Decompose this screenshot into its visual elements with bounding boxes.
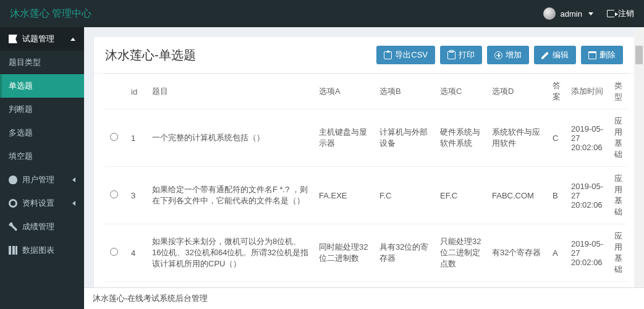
user-menu[interactable]: admin: [543, 7, 593, 20]
footer-text: 沐水莲心-在线考试系统后台管理: [93, 294, 208, 303]
col-opta: 选项A: [314, 74, 375, 109]
row-select-cell: [105, 224, 126, 282]
username: admin: [561, 9, 582, 19]
button-label: 删除: [600, 49, 616, 61]
page-title: 沐水莲心-单选题: [105, 47, 196, 64]
brand-title: 沐水莲心 管理中心: [10, 7, 91, 20]
flag-icon: [9, 35, 17, 43]
content-area: 沐水莲心-单选题 导出CSV 打印 增加 编辑 删除: [84, 27, 644, 309]
sidebar: 试题管理 题目类型 单选题 判断题 多选题 填空题 用户管理 资料设置 成绩管理…: [0, 27, 84, 309]
cell-answer: B: [548, 167, 566, 224]
row-select-radio[interactable]: [110, 190, 118, 198]
main-panel: 沐水莲心-单选题 导出CSV 打印 增加 编辑 删除: [94, 37, 634, 309]
sidebar-group-label: 用户管理: [22, 174, 54, 185]
questions-table: id 题目 选项A 选项B 选项C 选项D 答案 添加时间 类型 1一个完整的计…: [105, 74, 627, 309]
chevron-up-icon: [70, 38, 75, 41]
cell-id: 4: [126, 224, 147, 282]
button-label: 导出CSV: [395, 49, 428, 61]
cell-opta: FA.EXE: [314, 167, 375, 224]
sidebar-item-fill-blank[interactable]: 填空题: [0, 145, 84, 168]
cell-question: 如果给定一个带有通配符的文件名F *.? ，则在下列各文件中，它能代表的文件名是…: [147, 167, 314, 224]
button-label: 增加: [506, 49, 522, 61]
sidebar-item-question-type[interactable]: 题目类型: [0, 51, 84, 74]
sidebar-group-label: 试题管理: [22, 33, 54, 44]
chevron-left-icon: [72, 177, 75, 182]
scrollbar[interactable]: [634, 27, 644, 309]
sidebar-group-label: 资料设置: [22, 198, 54, 209]
export-csv-button[interactable]: 导出CSV: [376, 46, 435, 64]
row-select-radio[interactable]: [110, 133, 118, 141]
edit-button[interactable]: 编辑: [534, 46, 576, 64]
chevron-down-icon: [588, 12, 593, 15]
delete-icon: [588, 51, 596, 59]
sidebar-group-settings[interactable]: 资料设置: [0, 192, 84, 215]
table-header-row: id 题目 选项A 选项B 选项C 选项D 答案 添加时间 类型: [105, 74, 627, 109]
avatar: [543, 7, 556, 20]
add-button[interactable]: 增加: [487, 46, 529, 64]
cell-id: 1: [126, 109, 147, 167]
col-time: 添加时间: [566, 74, 609, 109]
sidebar-group-grades[interactable]: 成绩管理: [0, 215, 84, 239]
cell-question: 一个完整的计算机系统包括（）: [147, 109, 314, 167]
sidebar-group-users[interactable]: 用户管理: [0, 168, 84, 192]
scrollbar-thumb[interactable]: [635, 46, 643, 64]
col-id: id: [126, 74, 147, 109]
sidebar-group-charts[interactable]: 数据图表: [0, 239, 84, 262]
logout-label: 注销: [618, 8, 634, 19]
cell-opta: 同时能处理32位二进制数: [314, 224, 375, 282]
panel-actions: 导出CSV 打印 增加 编辑 删除: [376, 46, 623, 64]
col-answer: 答案: [548, 74, 566, 109]
cell-optc: 硬件系统与软件系统: [435, 109, 487, 167]
cell-opta: 主机键盘与显示器: [314, 109, 375, 167]
cell-optb: 计算机与外部设备: [375, 109, 435, 167]
col-optb: 选项B: [375, 74, 435, 109]
cell-answer: A: [548, 224, 566, 282]
chevron-left-icon: [72, 201, 75, 206]
print-button[interactable]: 打印: [440, 46, 482, 64]
add-icon: [494, 51, 502, 59]
logout-icon: [607, 10, 614, 17]
cell-answer: C: [548, 109, 566, 167]
button-label: 编辑: [553, 49, 569, 61]
sidebar-group-questions[interactable]: 试题管理: [0, 27, 84, 51]
chart-icon: [9, 246, 17, 255]
cell-id: 3: [126, 167, 147, 224]
cell-time: 2019-05-27 20:02:06: [566, 109, 609, 167]
gear-icon: [9, 199, 17, 208]
cell-time: 2019-05-27 20:02:06: [566, 224, 609, 282]
row-select-radio[interactable]: [110, 248, 118, 256]
export-icon: [384, 51, 392, 59]
cell-type: 应用基础: [609, 109, 627, 167]
col-optd: 选项D: [487, 74, 548, 109]
button-label: 打印: [459, 49, 475, 61]
table-container: id 题目 选项A 选项B 选项C 选项D 答案 添加时间 类型 1一个完整的计…: [94, 74, 634, 309]
cell-optc: EF.C: [435, 167, 487, 224]
table-row: 1一个完整的计算机系统包括（）主机键盘与显示器计算机与外部设备硬件系统与软件系统…: [105, 109, 627, 167]
cell-optb: F.C: [375, 167, 435, 224]
sidebar-group-label: 数据图表: [22, 245, 54, 256]
user-icon: [9, 176, 17, 184]
cell-time: 2019-05-27 20:02:06: [566, 167, 609, 224]
sidebar-item-single-choice[interactable]: 单选题: [0, 74, 84, 98]
row-select-cell: [105, 167, 126, 224]
cell-optb: 具有32位的寄存器: [375, 224, 435, 282]
topbar: 沐水莲心 管理中心 admin 注销: [0, 0, 644, 27]
cell-optd: 系统软件与应用软件: [487, 109, 548, 167]
edit-icon: [541, 51, 549, 59]
print-icon: [447, 51, 455, 59]
cell-type: 应用基础: [609, 167, 627, 224]
wrench-icon: [9, 222, 17, 231]
table-row: 4如果按字长来划分，微机可以分为8位机、16位机、32位机和64位机。所谓32位…: [105, 224, 627, 282]
table-row: 3如果给定一个带有通配符的文件名F *.? ，则在下列各文件中，它能代表的文件名…: [105, 167, 627, 224]
delete-button[interactable]: 删除: [581, 46, 623, 64]
sidebar-item-multi-choice[interactable]: 多选题: [0, 121, 84, 145]
col-select: [105, 74, 126, 109]
sidebar-item-judge[interactable]: 判断题: [0, 98, 84, 121]
footer: 沐水莲心-在线考试系统后台管理: [84, 287, 644, 309]
row-select-cell: [105, 109, 126, 167]
cell-question: 如果按字长来划分，微机可以分为8位机、16位机、32位机和64位机。所谓32位机…: [147, 224, 314, 282]
col-question: 题目: [147, 74, 314, 109]
cell-type: 应用基础: [609, 224, 627, 282]
logout-button[interactable]: 注销: [607, 8, 634, 19]
col-optc: 选项C: [435, 74, 487, 109]
